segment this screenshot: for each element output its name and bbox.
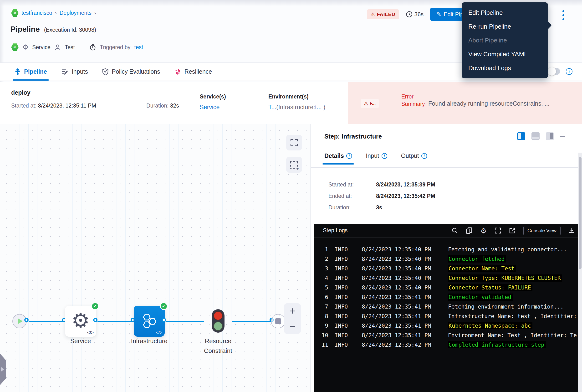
tab-output[interactable]: Output i (401, 152, 427, 164)
meta-test-label: Test (65, 44, 75, 50)
canvas-multiselect-button[interactable] (286, 157, 302, 173)
panel-scrollbar[interactable] (578, 152, 582, 392)
node-service[interactable]: ⚙ ✓ </> (65, 306, 96, 337)
menu-item-abort-pipeline[interactable]: Abort Pipeline (462, 34, 548, 47)
tab-pipeline[interactable]: Pipeline (14, 63, 47, 80)
menu-item-download-logs[interactable]: Download Logs (462, 61, 548, 75)
node-resource-constraint[interactable] (212, 309, 224, 333)
layout-right-view-icon[interactable] (517, 132, 525, 140)
log-line: 6INFO8/24/2023 12:35:41 PMConnector vali… (314, 292, 582, 302)
info-icon[interactable]: i (421, 153, 427, 159)
log-line: 7INFO8/24/2023 12:35:41 PMFetching envir… (314, 302, 582, 312)
detail-row-duration: Duration: 3s (328, 204, 351, 211)
status-badge: ⚠ FAILED (367, 9, 399, 19)
infrastructure-link[interactable]: t... (315, 104, 322, 110)
services-column: Service(s) Service (200, 94, 226, 111)
clock-icon (406, 11, 413, 18)
environments-column: Environment(s) T...(Infrastructure:t... … (268, 94, 325, 111)
minimize-panel-button[interactable] (560, 136, 565, 137)
total-duration: 36s (406, 11, 424, 18)
search-logs-icon[interactable] (452, 228, 458, 234)
expand-arrow-icon (1, 367, 4, 372)
log-line: 1INFO8/24/2023 12:35:40 PMFetching and v… (314, 245, 582, 254)
edge-start-service (28, 321, 65, 322)
triggered-by-label: Triggered by (100, 44, 130, 50)
tab-inputs[interactable]: Inputs (61, 63, 88, 80)
breadcrumb: ∞ testfrancisco › Deployments › (11, 9, 96, 17)
tab-details[interactable]: Details i (324, 152, 352, 164)
menu-item-view-compiled-yaml[interactable]: View Compiled YAML (462, 47, 548, 61)
triggered-by-user-link[interactable]: test (134, 44, 143, 50)
pipeline-options-menu: Edit Pipeline Re-run Pipeline Abort Pipe… (462, 2, 548, 78)
canvas-zoom-controls: + − (284, 303, 301, 334)
edge-infra-rc (166, 321, 204, 322)
debug-toggle[interactable] (548, 68, 560, 75)
more-options-kebab-menu[interactable] (561, 8, 566, 22)
expand-logs-icon[interactable] (495, 228, 501, 234)
log-line: 11INFO8/24/2023 12:35:42 PMCompleted inf… (314, 340, 582, 350)
meta-service-label: Service (32, 44, 50, 50)
divider (311, 168, 582, 168)
cd-module-icon: ∞ (11, 9, 18, 17)
console-view-button[interactable]: Console View (523, 226, 561, 235)
stop-icon (275, 318, 281, 324)
fullscreen-icon (291, 139, 298, 146)
play-icon (18, 318, 23, 324)
panel-layout-switcher (517, 132, 565, 140)
shield-check-icon (102, 68, 108, 75)
node-label-service: Service (65, 336, 96, 346)
resilience-chaos-icon (174, 68, 181, 75)
canvas-fullscreen-button[interactable] (286, 135, 302, 150)
stage-name[interactable]: deploy (11, 89, 30, 96)
tab-resilience[interactable]: Resilience (174, 63, 212, 80)
log-line: 5INFO8/24/2023 12:35:40 PMConnector Stat… (314, 283, 582, 292)
end-node[interactable] (271, 314, 285, 328)
breadcrumb-project-link[interactable]: testfrancisco (21, 10, 52, 16)
log-line: 9INFO8/24/2023 12:35:41 PMKubernetes Nam… (314, 321, 582, 330)
pencil-icon: ✎ (436, 11, 441, 18)
pipeline-graph-canvas[interactable]: ⚙ ✓ </> ✓ </> Service Infrastructure Res… (0, 124, 311, 392)
download-logs-icon[interactable] (569, 228, 575, 234)
error-summary-section: ⚠ F... Error Summary Found already runni… (348, 82, 582, 124)
log-line: 2INFO8/24/2023 12:35:40 PMConnector fetc… (314, 254, 582, 264)
info-icon[interactable]: i (382, 153, 387, 159)
menu-item-edit-pipeline[interactable]: Edit Pipeline (462, 6, 548, 20)
zoom-in-button[interactable]: + (284, 303, 301, 318)
tab-input[interactable]: Input i (366, 152, 387, 164)
detail-row-ended: Ended at: 8/24/2023, 12:35:42 PM (328, 193, 352, 199)
edge-rc-end (232, 321, 272, 322)
node-infrastructure[interactable]: ✓ </> (134, 306, 165, 337)
traffic-light-green (213, 322, 223, 331)
connector-dot (93, 318, 97, 322)
copy-logs-icon[interactable] (466, 227, 472, 234)
success-check-badge: ✓ (160, 302, 167, 310)
divider (82, 41, 82, 54)
log-lines[interactable]: 1INFO8/24/2023 12:35:40 PMFetching and v… (314, 245, 582, 350)
tab-policy-evaluations[interactable]: Policy Evaluations (102, 63, 161, 80)
environment-value: T...(Infrastructure:t... ) (268, 104, 325, 111)
scrollbar-thumb[interactable] (579, 157, 582, 269)
detail-row-started: Started at: 8/24/2023, 12:35:39 PM (328, 182, 354, 188)
chevron-right-icon: › (94, 10, 96, 16)
menu-item-rerun-pipeline[interactable]: Re-run Pipeline (462, 20, 548, 34)
console-title: Step Logs (323, 227, 348, 234)
left-drawer-handle[interactable] (0, 354, 6, 385)
stage-started-at: Started at: 8/24/2023, 12:35:11 PM (11, 102, 96, 109)
layout-bottom-view-icon[interactable] (532, 132, 540, 140)
environment-link[interactable]: T... (268, 104, 276, 110)
service-gear-icon: ⚙ (22, 44, 28, 50)
zoom-out-button[interactable]: − (284, 318, 301, 334)
pipeline-icon (14, 68, 21, 75)
breadcrumb-deployments-link[interactable]: Deployments (59, 10, 91, 16)
open-in-new-window-icon[interactable] (509, 228, 515, 234)
code-tag: </> (156, 330, 162, 335)
info-icon[interactable]: i (346, 153, 352, 159)
service-link[interactable]: Service (200, 104, 226, 111)
info-icon[interactable]: i (566, 68, 573, 75)
log-settings-gear-icon[interactable]: ⚙ (480, 226, 487, 235)
code-tag: </> (87, 330, 94, 335)
layout-minimized-view-icon[interactable] (546, 132, 554, 140)
node-label-infrastructure: Infrastructure (126, 336, 172, 346)
connector-dot (24, 318, 28, 322)
error-summary-message[interactable]: Found already running resourceConstrains… (428, 100, 575, 107)
